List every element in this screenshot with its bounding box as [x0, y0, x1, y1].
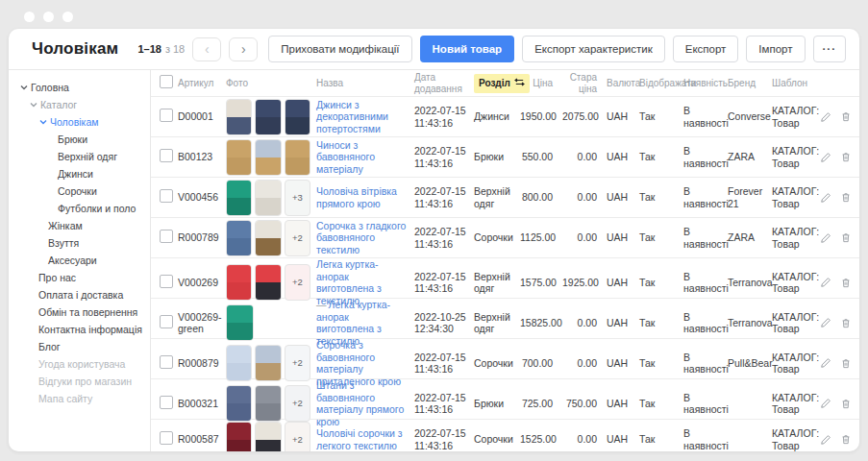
- row-checkbox[interactable]: [160, 315, 173, 328]
- sidebar-item-sorochky[interactable]: Сорочки: [9, 182, 150, 200]
- row-checkbox[interactable]: [160, 109, 173, 122]
- product-photo[interactable]: [226, 139, 252, 176]
- sidebar-item-verkhniy-odyah[interactable]: Верхній одяг: [9, 148, 150, 165]
- import-button[interactable]: Імпорт: [746, 36, 805, 62]
- product-photo[interactable]: [226, 422, 252, 452]
- table-row: R000789 +2 Сорочка з гладкого бавовняног…: [151, 218, 859, 258]
- row-checkbox[interactable]: [160, 149, 173, 162]
- sidebar-item-cholovikam[interactable]: Чоловікам: [9, 113, 150, 131]
- delete-icon[interactable]: [840, 151, 852, 163]
- currency: UAH: [607, 317, 639, 329]
- sidebar-item-vidhuky-pro-mahazyn[interactable]: Відгуки про магазин: [9, 373, 150, 390]
- new-product-button[interactable]: Новий товар: [420, 36, 515, 62]
- photo-cell: +2: [226, 345, 316, 381]
- product-name-link[interactable]: Сорочка з гладкого бавовняного текстилю: [316, 220, 406, 255]
- product-name-link[interactable]: Чоловіча вітрівка прямого крою: [316, 185, 397, 209]
- product-photo[interactable]: [255, 385, 281, 422]
- product-photo[interactable]: [255, 220, 281, 256]
- more-photos-badge[interactable]: +3: [285, 180, 310, 216]
- edit-icon[interactable]: [820, 111, 831, 123]
- sidebar-item-futbolky-polo[interactable]: Футболки и поло: [9, 200, 150, 217]
- row-checkbox[interactable]: [160, 275, 173, 288]
- prev-page-button[interactable]: ‹: [192, 37, 221, 61]
- product-photo[interactable]: [255, 345, 281, 381]
- sidebar-item-pro-nas[interactable]: Про нас: [9, 269, 150, 286]
- product-photo[interactable]: [226, 99, 252, 135]
- sidebar-item-bryuky[interactable]: Брюки: [9, 131, 150, 148]
- pagination-total: з 18: [165, 43, 185, 55]
- sidebar-item-oplata-dostavka[interactable]: Оплата і доставка: [9, 286, 150, 303]
- edit-icon[interactable]: [820, 317, 831, 328]
- sidebar-item-uhoda-korystuvacha[interactable]: Угода користувача: [9, 355, 150, 373]
- export-button[interactable]: Експорт: [673, 36, 739, 62]
- product-photo[interactable]: [255, 99, 281, 135]
- edit-icon[interactable]: [820, 232, 831, 244]
- photo-cell: [226, 139, 316, 176]
- delete-icon[interactable]: [840, 317, 852, 329]
- product-photo[interactable]: [226, 180, 252, 216]
- more-actions-button[interactable]: ···: [813, 36, 847, 62]
- product-photo[interactable]: [285, 99, 310, 135]
- sidebar-item-obmin-povernennya[interactable]: Обмін та повернення: [9, 303, 150, 321]
- delete-icon[interactable]: [840, 191, 852, 204]
- section: Сорочки: [474, 231, 520, 244]
- next-page-button[interactable]: ›: [229, 37, 258, 61]
- row-checkbox[interactable]: [160, 431, 173, 445]
- edit-icon[interactable]: [820, 192, 831, 204]
- product-photo[interactable]: [226, 345, 252, 381]
- product-photo[interactable]: [226, 220, 252, 256]
- sku: V000269: [178, 277, 226, 289]
- product-photo[interactable]: [255, 180, 281, 216]
- product-photo[interactable]: [226, 264, 252, 301]
- product-photo[interactable]: [226, 304, 254, 341]
- old-price: 0.00: [562, 151, 607, 163]
- sidebar-item-dzhynsy[interactable]: Джинси: [9, 165, 150, 182]
- product-photo[interactable]: [285, 139, 310, 176]
- delete-icon[interactable]: [840, 433, 852, 446]
- sidebar-item-zhinkam[interactable]: Жінкам: [9, 217, 150, 234]
- export-characteristics-button[interactable]: Експорт характеристик: [522, 36, 665, 62]
- more-photos-badge[interactable]: +2: [285, 264, 310, 301]
- delete-icon[interactable]: [840, 110, 852, 123]
- delete-icon[interactable]: [840, 231, 852, 244]
- more-photos-badge[interactable]: +2: [285, 345, 310, 381]
- sidebar-item-aksesuary[interactable]: Аксесуари: [9, 252, 150, 269]
- delete-icon[interactable]: [840, 357, 852, 370]
- edit-icon[interactable]: [820, 398, 831, 409]
- edit-icon[interactable]: [820, 152, 831, 163]
- product-photo[interactable]: [255, 422, 281, 452]
- more-photos-badge[interactable]: +2: [285, 422, 310, 452]
- product-photo[interactable]: [255, 139, 281, 176]
- edit-icon[interactable]: [820, 357, 831, 369]
- edit-icon[interactable]: [820, 277, 831, 288]
- sku: B00123: [178, 151, 226, 163]
- row-checkbox[interactable]: [160, 189, 173, 203]
- sidebar-item-holovna[interactable]: Головна: [9, 79, 150, 96]
- old-price: 0.00: [562, 191, 607, 204]
- delete-icon[interactable]: [840, 398, 852, 410]
- delete-icon[interactable]: [840, 277, 852, 289]
- more-photos-badge[interactable]: +2: [285, 385, 310, 422]
- sidebar-item-kataloh[interactable]: Каталог: [9, 96, 150, 113]
- product-photo[interactable]: [226, 385, 252, 422]
- row-checkbox[interactable]: [160, 230, 173, 243]
- row-checkbox[interactable]: [160, 355, 173, 369]
- hide-modifications-button[interactable]: Приховати модифікації: [268, 36, 411, 62]
- currency: UAH: [607, 231, 639, 244]
- product-name-link[interactable]: Чоловічі сорочки з легкого текстилю: [316, 427, 403, 451]
- sidebar-item-vzuttya[interactable]: Взуття: [9, 234, 150, 252]
- product-name-link[interactable]: Чиноси з бавовняного матеріалу: [316, 139, 375, 175]
- product-photo[interactable]: [255, 264, 281, 301]
- sidebar-item-kontaktna-informatsiya[interactable]: Контактна інформація: [9, 321, 150, 338]
- product-name-link[interactable]: Штани з бавовняного матеріалу прямого кр…: [316, 379, 404, 427]
- product-name-link[interactable]: Джинси з декоративними потертостями: [316, 99, 388, 134]
- sidebar-item-mapa-saytu[interactable]: Мапа сайту: [9, 390, 150, 407]
- row-checkbox[interactable]: [160, 396, 173, 409]
- sidebar-item-bloh[interactable]: Блог: [9, 338, 150, 355]
- edit-icon[interactable]: [820, 434, 831, 446]
- select-all-checkbox[interactable]: [160, 75, 173, 88]
- availability: В наявності: [683, 311, 728, 335]
- more-photos-badge[interactable]: +2: [285, 220, 310, 256]
- header-photo: Фото: [226, 78, 316, 89]
- section: Верхній одяг: [474, 311, 520, 335]
